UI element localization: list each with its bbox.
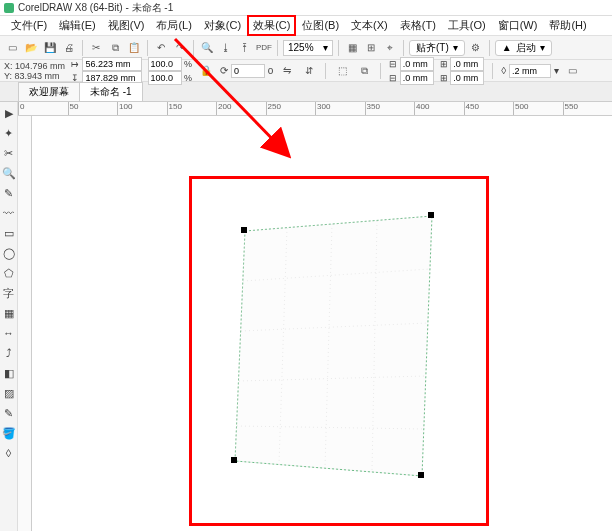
polygon-tool-icon[interactable]: ⬠ (2, 266, 16, 280)
eyedropper-tool-icon[interactable]: ✎ (2, 406, 16, 420)
chevron-down-icon: ▾ (323, 42, 328, 53)
menu-bitmap[interactable]: 位图(B) (297, 16, 344, 35)
guides-icon[interactable]: ⊞ (363, 40, 379, 56)
menu-edit[interactable]: 编辑(E) (54, 16, 101, 35)
options-icon[interactable]: ⚙ (468, 40, 484, 56)
separator-icon (403, 40, 404, 56)
rotation-input[interactable] (231, 64, 265, 78)
separator-icon (489, 40, 490, 56)
rectangle-tool-icon[interactable]: ▭ (2, 226, 16, 240)
snap-icon[interactable]: ⌖ (382, 40, 398, 56)
outline-offsets: ⊟ ⊟ (389, 57, 434, 85)
freehand-tool-icon[interactable]: ✎ (2, 186, 16, 200)
toolbox: ▶ ✦ ✂ 🔍 ✎ 〰 ▭ ◯ ⬠ 字 ▦ ↔ ⤴ ◧ ▨ ✎ 🪣 ◊ (0, 102, 18, 531)
shape-tool-icon[interactable]: ✦ (2, 126, 16, 140)
artistic-media-icon[interactable]: 〰 (2, 206, 16, 220)
menu-text[interactable]: 文本(X) (346, 16, 393, 35)
ruler-tick: 50 (68, 102, 118, 115)
redo-icon[interactable]: ↷ (172, 40, 188, 56)
transparency-tool-icon[interactable]: ▨ (2, 386, 16, 400)
open-icon[interactable]: 📂 (23, 40, 39, 56)
rotation-block: ⟳ o (220, 64, 273, 78)
menu-object[interactable]: 对象(C) (199, 16, 246, 35)
menu-tools[interactable]: 工具(O) (443, 16, 491, 35)
outline-tool-icon[interactable]: ◊ (2, 446, 16, 460)
menu-view[interactable]: 视图(V) (103, 16, 150, 35)
selection-handle-tr[interactable] (428, 212, 434, 218)
rocket-icon: ▲ (502, 42, 512, 53)
menu-window[interactable]: 窗口(W) (493, 16, 543, 35)
y-value[interactable]: 83.943 mm (15, 71, 60, 81)
ruler-tick: 350 (365, 102, 415, 115)
ruler-tick: 400 (414, 102, 464, 115)
pad-y-input[interactable] (450, 71, 484, 85)
fill-tool-icon[interactable]: 🪣 (2, 426, 16, 440)
dimension-tool-icon[interactable]: ↔ (2, 326, 16, 340)
separator-icon (277, 40, 278, 56)
ruler-tick: 0 (18, 102, 68, 115)
outline-width-block: ◊ ▾ (501, 64, 559, 78)
pdf-icon[interactable]: PDF (256, 40, 272, 56)
undo-icon[interactable]: ↶ (153, 40, 169, 56)
tab-welcome[interactable]: 欢迎屏幕 (18, 82, 80, 101)
print-icon[interactable]: 🖨 (61, 40, 77, 56)
chevron-down-icon: ▾ (540, 42, 545, 53)
edit-fill-icon[interactable]: ▭ (565, 63, 581, 79)
mirror-v-icon[interactable]: ⇵ (301, 63, 317, 79)
scale-y-input[interactable] (148, 71, 182, 85)
import-icon[interactable]: ⭳ (218, 40, 234, 56)
zoom-combo[interactable]: 125%▾ (283, 40, 333, 56)
lock-ratio-icon[interactable]: 🔒 (198, 63, 214, 79)
cut-icon[interactable]: ✂ (88, 40, 104, 56)
canvas[interactable] (32, 116, 612, 531)
paste-icon[interactable]: 📋 (126, 40, 142, 56)
ruler-tick: 150 (167, 102, 217, 115)
scale-x-input[interactable] (148, 57, 182, 71)
menu-effect[interactable]: 效果(C) (248, 16, 295, 35)
search-icon[interactable]: 🔍 (199, 40, 215, 56)
new-icon[interactable]: ▭ (4, 40, 20, 56)
separator-icon (380, 63, 381, 79)
wrap-icon[interactable]: ⬚ (334, 63, 350, 79)
launch-button[interactable]: ▲启动▾ (495, 40, 552, 56)
menu-file[interactable]: 文件(F) (6, 16, 52, 35)
window-title: CorelDRAW X8 (64-Bit) - 未命名 -1 (18, 1, 173, 15)
outline-y-input[interactable] (400, 71, 434, 85)
property-bar: X: 104.796 mm Y: 83.943 mm ↦ ↧ % % 🔒 ⟳ o… (0, 60, 612, 82)
selection-handle-bl[interactable] (231, 457, 237, 463)
save-icon[interactable]: 💾 (42, 40, 58, 56)
grid-icon[interactable]: ▦ (344, 40, 360, 56)
ruler-tick: 450 (464, 102, 514, 115)
copy-icon[interactable]: ⧉ (107, 40, 123, 56)
tab-doc1[interactable]: 未命名 -1 (79, 82, 143, 101)
crop-tool-icon[interactable]: ✂ (2, 146, 16, 160)
zoom-tool-icon[interactable]: 🔍 (2, 166, 16, 180)
outline-width-input[interactable] (509, 64, 551, 78)
connector-tool-icon[interactable]: ⤴ (2, 346, 16, 360)
ellipse-tool-icon[interactable]: ◯ (2, 246, 16, 260)
pick-tool-icon[interactable]: ▶ (2, 106, 16, 120)
text-tool-icon[interactable]: 字 (2, 286, 16, 300)
outline-x-input[interactable] (400, 57, 434, 71)
export-icon[interactable]: ⭱ (237, 40, 253, 56)
menu-help[interactable]: 帮助(H) (544, 16, 591, 35)
width-input[interactable] (82, 57, 142, 71)
mirror-h-icon[interactable]: ⇋ (279, 63, 295, 79)
x-value[interactable]: 104.796 mm (15, 61, 65, 71)
order-icon[interactable]: ⧉ (356, 63, 372, 79)
ruler-tick: 200 (216, 102, 266, 115)
separator-icon (338, 40, 339, 56)
effects-tool-icon[interactable]: ◧ (2, 366, 16, 380)
selection-handle-tl[interactable] (241, 227, 247, 233)
size-block: ↦ ↧ (71, 57, 142, 85)
ruler-tick: 500 (513, 102, 563, 115)
workspace: ▶ ✦ ✂ 🔍 ✎ 〰 ▭ ◯ ⬠ 字 ▦ ↔ ⤴ ◧ ▨ ✎ 🪣 ◊ 0 50… (0, 102, 612, 531)
pad-x-input[interactable] (450, 57, 484, 71)
menu-layout[interactable]: 布局(L) (151, 16, 196, 35)
selected-object[interactable] (227, 211, 437, 481)
menu-table[interactable]: 表格(T) (395, 16, 441, 35)
title-bar: CorelDRAW X8 (64-Bit) - 未命名 -1 (0, 0, 612, 16)
selection-handle-br[interactable] (418, 472, 424, 478)
snap-dropdown[interactable]: 贴齐(T)▾ (409, 40, 465, 56)
table-tool-icon[interactable]: ▦ (2, 306, 16, 320)
